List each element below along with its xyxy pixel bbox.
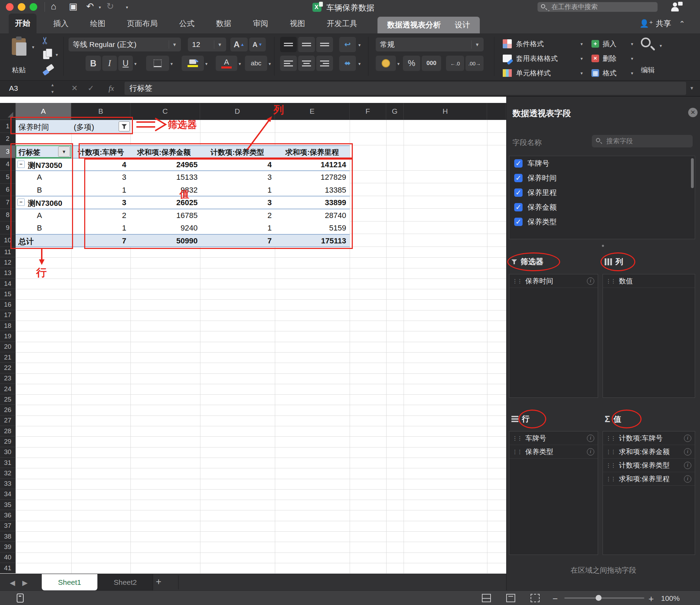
account-icon[interactable]	[671, 2, 683, 12]
field-item-车牌号[interactable]: ✓车牌号	[509, 156, 695, 171]
field-item-保养时间[interactable]: ✓保养时间	[509, 171, 695, 185]
columns-area-box[interactable]: ⋮⋮数值	[603, 274, 695, 398]
info-icon[interactable]: i	[587, 435, 594, 442]
font-name-select[interactable]: 等线 Regular (正文)▼	[69, 38, 181, 51]
area-item-车牌号[interactable]: ⋮⋮车牌号i	[509, 431, 598, 445]
row-header-13[interactable]: 13	[0, 268, 16, 279]
align-center-button[interactable]	[298, 56, 315, 71]
collapse-icon[interactable]: −	[17, 161, 25, 168]
pivot-row-label[interactable]: A	[37, 211, 42, 220]
tab-绘图[interactable]: 绘图	[85, 14, 110, 33]
collapse-icon[interactable]: −	[17, 199, 25, 206]
fx-icon[interactable]: fx	[109, 84, 114, 93]
row-header-20[interactable]: 20	[0, 342, 16, 352]
row-header-21[interactable]: 21	[0, 352, 16, 363]
number-format-select[interactable]: 常规▼	[376, 38, 484, 51]
row-header-37[interactable]: 37	[0, 521, 16, 531]
close-window-button[interactable]	[6, 3, 14, 11]
area-item-保养时间[interactable]: ⋮⋮保养时间i	[509, 274, 598, 288]
pivot-row-label[interactable]: 总计	[18, 236, 34, 247]
workbook-search-input[interactable]: ⌄ 在工作表中搜索	[538, 2, 658, 12]
row-header-23[interactable]: 23	[0, 373, 16, 384]
checkbox-checked-icon[interactable]: ✓	[514, 203, 523, 211]
row-header-31[interactable]: 31	[0, 458, 16, 468]
sheet-tab-sheet1[interactable]: Sheet1	[42, 574, 97, 590]
align-bottom-button[interactable]	[316, 37, 333, 52]
pivot-value-cell[interactable]: 15133	[159, 173, 198, 182]
thousands-format-button[interactable]: 000	[422, 56, 441, 71]
cell-styles-button[interactable]: 单元格样式▾	[503, 67, 583, 79]
add-sheet-button[interactable]: +	[156, 576, 161, 587]
checkbox-checked-icon[interactable]: ✓	[514, 174, 523, 182]
align-top-button[interactable]	[280, 37, 297, 52]
insert-cells-button[interactable]: + 插入▾	[591, 38, 633, 50]
find-icon[interactable]	[639, 37, 655, 53]
select-all-corner[interactable]	[0, 103, 16, 120]
cancel-icon[interactable]: ✕	[71, 84, 78, 93]
scrollbar-thumb[interactable]	[691, 158, 694, 188]
row-header-35[interactable]: 35	[0, 500, 16, 510]
field-search-input[interactable]: 搜索字段	[592, 135, 693, 147]
pivot-col-header[interactable]: 求和项:保养金额	[137, 147, 191, 157]
pivot-col-header[interactable]: 求和项:保养里程	[285, 147, 339, 157]
tab-数据[interactable]: 数据	[211, 14, 236, 33]
column-header-D[interactable]: D	[200, 103, 275, 120]
pivot-row-label[interactable]: A	[37, 173, 42, 182]
pivot-value-cell[interactable]: 33899	[308, 198, 346, 207]
row-header-18[interactable]: 18	[0, 321, 16, 331]
drag-handle-icon[interactable]: ⋮⋮	[512, 435, 522, 442]
row-header-41[interactable]: 41	[0, 563, 16, 573]
row-header-27[interactable]: 27	[0, 416, 16, 426]
drag-handle-icon[interactable]: ⋮⋮	[606, 449, 615, 455]
font-color-button[interactable]: A	[216, 56, 237, 71]
font-color-dropdown-icon[interactable]: ▾	[239, 61, 241, 66]
pivot-value-cell[interactable]: 2	[233, 211, 272, 220]
more-font-formats-button[interactable]: abc	[245, 56, 267, 71]
tab-设计[interactable]: 设计	[455, 20, 470, 30]
currency-format-button[interactable]	[376, 56, 396, 71]
row-header-1[interactable]: 1	[0, 120, 16, 133]
tab-视图[interactable]: 视图	[285, 14, 310, 33]
pivot-value-cell[interactable]: 9240	[159, 224, 198, 233]
pivot-value-cell[interactable]: 3	[233, 173, 272, 182]
row-header-30[interactable]: 30	[0, 447, 16, 458]
rows-area-box[interactable]: ⋮⋮车牌号i⋮⋮保养类型i	[509, 431, 598, 555]
merge-cells-button[interactable]: ⬌	[339, 56, 356, 71]
pivot-value-cell[interactable]: 4	[88, 160, 126, 169]
name-box[interactable]: A3	[0, 81, 49, 96]
pivot-value-cell[interactable]: 7	[233, 236, 272, 245]
formula-input[interactable]: 行标签	[125, 82, 686, 95]
row-header-38[interactable]: 38	[0, 531, 16, 542]
drag-handle-icon[interactable]: ⋮⋮	[512, 449, 522, 455]
pivot-value-cell[interactable]: 175113	[308, 236, 346, 245]
sheet-tab-sheet2[interactable]: Sheet2	[97, 574, 153, 590]
tab-审阅[interactable]: 审阅	[248, 14, 273, 33]
checkbox-checked-icon[interactable]: ✓	[514, 159, 523, 168]
pivot-value-cell[interactable]: 9832	[159, 186, 198, 195]
tab-开发工具[interactable]: 开发工具	[322, 14, 362, 33]
undo-dropdown-icon[interactable]: ▾	[99, 5, 101, 10]
pivot-value-cell[interactable]: 1	[233, 186, 272, 195]
column-header-B[interactable]: B	[71, 103, 130, 120]
field-item-保养类型[interactable]: ✓保养类型	[509, 215, 695, 229]
delete-cells-button[interactable]: × 删除▾	[591, 52, 633, 65]
area-item-数值[interactable]: ⋮⋮数值	[603, 274, 695, 288]
more-font-formats-dropdown-icon[interactable]: ▾	[269, 61, 271, 66]
drag-handle-icon[interactable]: ⋮⋮	[606, 476, 615, 482]
share-button[interactable]: 👤⁺共享	[639, 18, 671, 29]
column-header-C[interactable]: C	[130, 103, 200, 120]
fill-color-dropdown-icon[interactable]: ▾	[205, 61, 208, 66]
cut-icon[interactable]: ✂	[39, 37, 51, 45]
confirm-icon[interactable]: ✓	[88, 84, 94, 93]
bold-button[interactable]: B	[86, 56, 101, 71]
page-break-view-icon[interactable]	[531, 594, 540, 602]
pivot-filter-field[interactable]: 保养时间	[18, 122, 49, 132]
pivot-value-cell[interactable]: 3	[88, 198, 126, 207]
pivot-value-cell[interactable]: 1	[88, 186, 126, 195]
pivot-value-cell[interactable]: 13385	[308, 186, 346, 195]
area-item-计数项:保养类型[interactable]: ⋮⋮计数项:保养类型i	[603, 459, 695, 472]
row-header-14[interactable]: 14	[0, 279, 16, 289]
row-header-6[interactable]: 6	[0, 184, 16, 196]
format-painter-icon[interactable]	[42, 64, 54, 76]
pivot-value-cell[interactable]: 3	[88, 173, 126, 182]
